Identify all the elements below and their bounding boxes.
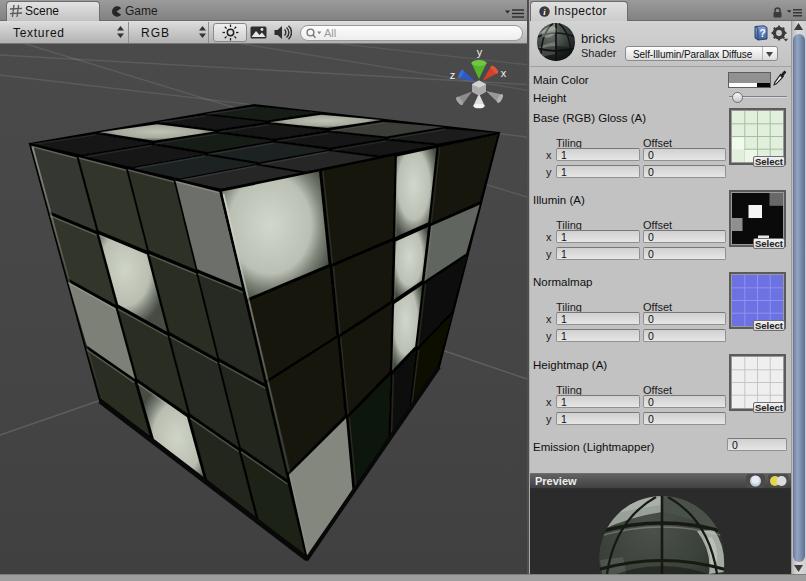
svg-text:z: z: [450, 69, 456, 81]
svg-text:y: y: [477, 46, 483, 58]
svg-text:x: x: [501, 67, 507, 79]
svg-text:?: ?: [760, 28, 766, 39]
